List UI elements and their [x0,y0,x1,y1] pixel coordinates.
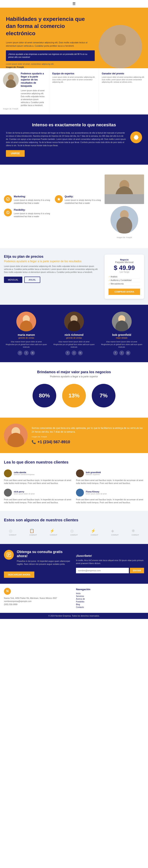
download-button[interactable]: DESCARGAR AHORA [4,571,34,578]
pricing-title: Elija su plan de precios [4,255,101,259]
footer-nav-title: Navegación [76,588,144,591]
features-caption: Imagen de: Freepik [117,237,132,239]
instagram-icon-2[interactable]: in [78,350,83,355]
phone-number: +1 (234) 567-8910 [38,440,70,444]
contact-image [4,424,28,447]
cta-subscribe-text: In mollis. Arcu fuCursorar este lacus al… [76,559,144,565]
hero-quote: Lorem ipsum dolor sit amet, consectetur … [6,63,95,65]
testimonial-1: celia abeida Director General Empresa Pr… [4,469,72,485]
testimonial-avatar-1: celia abeida Director General Empresa [4,469,72,477]
quality-title: Quality: [65,195,102,198]
avatar-4 [76,489,84,497]
footer-link-3[interactable]: Acerca de [76,598,144,600]
help-text: Lorem ipsum dolor sit amet consectetur a… [21,89,46,107]
contact-phone: 📞 +1 (234) 567-8910 [31,440,144,444]
testimonial-4: Fiona Kinsey lorem ipsum dolor sit amet … [76,489,144,504]
blue-text: Si bien de forma la primera empresa de t… [6,131,126,147]
cta-subscribe-title: ¡Suscríbete! [76,554,144,557]
footer-link-2[interactable]: Servicios [76,595,144,597]
card-label: Negocio [108,258,140,261]
features-section: Marketing: Lorem Ipsum is simply dummy I… [0,165,148,248]
testimonial-2: bob greenfield Director Supremo Proin se… [76,469,144,485]
footer-nav: Navegación Inicio Servicios Acerca de Po… [76,588,144,609]
feature-quality: Quality: Lorem Ipsum is simply dummy It … [55,195,102,205]
client-name-7: COMSAT [132,534,139,536]
annual-button[interactable]: ANUAL [24,277,40,283]
team-grid: maria manon gerente de ventas Díaz manon… [4,312,144,355]
feature-image-2 [110,206,138,234]
client-logo-5: ⚡ COMSAT [88,527,101,537]
circles-row: 80% 13% 7% [4,384,144,409]
card-type: Paquete Mensual [108,261,140,264]
team-member-2: nick richmond gerente de ventas Díaz man… [52,312,97,355]
client-name-6: COMSAT [111,534,119,536]
circle-stat-2: 13% [62,384,86,409]
quality-icon [55,195,63,203]
test-role-4: lorem ipsum dolor sit amet [86,493,107,495]
team-section: maria manon gerente de ventas Díaz manon… [0,305,148,362]
stats-bar: Podemos ayudarlo a llegar a la parte sup… [0,68,148,114]
cta-text: Phasellus in dui purus. Ut imperdiet aug… [17,560,72,566]
twitter-icon-3[interactable]: t [119,350,124,355]
menu-icon[interactable]: ☰ [72,2,76,6]
member-text-2: Díaz manon lorem ipsum dolor sit amet Ri… [52,341,97,349]
clients-title: Estos son algunos de nuestros clientes [4,518,144,522]
contact-section: Somos conscientes de que lleva una vida … [0,418,148,453]
blue-title: Intenso es exactamente lo que necesitas [6,122,142,127]
client-name-4: COMSAT [70,534,78,536]
cta-icon [4,550,14,560]
pricing-text: Lorem ipsum dolor sit amet consectetur a… [4,265,101,274]
twitter-icon-2[interactable]: t [72,350,76,355]
footer-link-5[interactable]: Blog [76,603,144,606]
logo-icon-1: ◎ [9,528,16,533]
test-role-1: Director General Empresa [14,473,34,475]
card-period: / por frango [108,271,140,273]
circle-7-number: 7% [100,393,107,399]
logo-icon-5: ⚡ [91,528,98,533]
logo-icon-2: 📋 [29,528,37,533]
avatar-2 [76,469,84,477]
stats-numbers-title: Brindamos el mejor valor para los negoci… [4,370,144,374]
member-role-2: gerente de ventas [52,337,97,339]
cta-right: ¡Suscríbete! In mollis. Arcu fuCursorar … [76,554,144,573]
instagram-icon-3[interactable]: in [126,350,130,355]
circle-13-number: 13% [69,393,79,399]
feature-1: Análisis [108,275,140,279]
pricing-subtitle: Podemos ayudarlo a llegar a la parte sup… [4,260,101,263]
feature-image-1 [105,175,144,204]
join-button[interactable]: UNIRSE [6,150,25,157]
facebook-icon-3[interactable]: f [113,350,118,355]
instagram-icon-1[interactable]: in [30,350,35,355]
member-social-1: f t in [4,350,49,355]
feature-flexibility: Flexibility: Lorem Ipsum is simply dummy… [4,209,51,218]
submit-button[interactable]: ENVIAR [130,568,144,573]
buy-button[interactable]: COMPRAR AHORA [108,289,140,295]
pricing-section: Elija su plan de precios Podemos ayudarl… [0,249,148,305]
client-logo-6: ◈ COMSAT [108,527,122,537]
cta-section: Obtenga su consulta gratis ahora! Phasel… [0,544,148,584]
marketing-title: Marketing: [14,195,51,198]
monthly-button[interactable]: MENSUAL [4,277,22,283]
facebook-icon-2[interactable]: f [65,350,70,355]
email-input[interactable] [76,568,129,573]
member-social-3: f t in [99,350,144,355]
testimonial-avatar-4: Fiona Kinsey lorem ipsum dolor sit amet [76,489,144,497]
svg-point-4 [6,80,16,88]
footer-link-6[interactable]: Contacto [76,606,144,608]
footer-link-1[interactable]: Inicio [76,592,144,594]
twitter-icon-1[interactable]: t [24,350,29,355]
circle-80-number: 80% [39,393,50,399]
avatar-3 [4,489,12,497]
features-images: Marketing: Lorem Ipsum is simply dummy I… [4,175,144,239]
testimonial-avatar-3: nick perry lorem ipsum dolor sit amet [4,489,72,497]
flexibility-text: Lorem Ipsum is simply dummy It is a long… [14,212,51,218]
test-text-3: Proin sed libero amet sed faucibus turpi… [4,498,72,504]
features-grid: Marketing: Lorem Ipsum is simply dummy I… [4,195,102,218]
hero-badge: ¡Hemos ayudado a las empresas a aumentar… [8,53,92,59]
test-text-1: Proin sed libero amet sed faucibus turpi… [4,479,72,485]
facebook-icon-1[interactable]: f [18,350,22,355]
quality-text: Lorem Ipsum is simply dummy It is a long… [65,199,102,205]
footer-link-4[interactable]: Portafolio [76,601,144,603]
member-social-2: f t in [52,350,97,355]
svg-point-5 [6,197,9,201]
